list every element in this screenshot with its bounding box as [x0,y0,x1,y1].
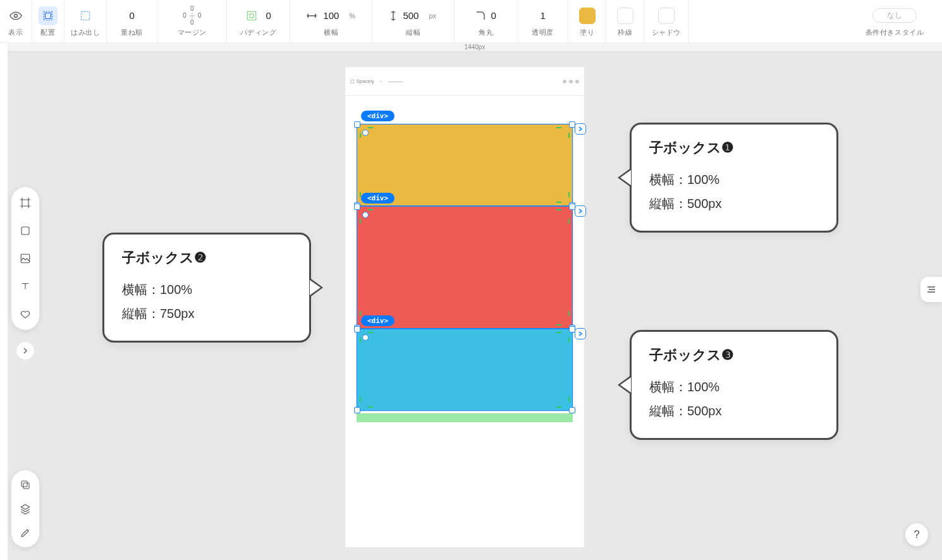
radius-value[interactable]: 0 [491,10,496,21]
help-glyph: ? [914,528,919,541]
tool-padding-label: パディング [240,28,277,37]
tool-padding: 0 パディング [227,0,290,43]
callout-box-1: 子ボックス❶ 横幅：100% 縦幅：500px [630,123,838,233]
callout-line: 横幅：100% [122,277,291,301]
tool-opacity: 1 透明度 [518,0,568,43]
tool-overflow-label: はみ出し [71,28,100,37]
callout-title: 子ボックス❸ [649,346,819,365]
callout-title: 子ボックス❷ [122,248,291,267]
callout-title: 子ボックス❶ [649,138,819,157]
go-inside-icon[interactable] [575,328,586,339]
edit-icon[interactable] [20,527,31,539]
resize-handle[interactable] [354,407,360,413]
heart-tool-icon[interactable] [18,307,32,321]
overflow-icon[interactable] [76,6,95,25]
copy-icon[interactable] [20,479,31,490]
border-swatch[interactable] [617,8,633,24]
svg-rect-3 [247,11,256,20]
tool-radius-label: 角丸 [479,28,493,37]
tool-align-label: 配置 [40,28,55,37]
tool-shadow: シャドウ [644,0,688,43]
bottom-toolbar [11,470,39,547]
callout-line: 縦幅：500px [649,192,819,216]
text-tool-icon[interactable] [18,279,32,293]
go-inside-icon[interactable] [575,123,586,135]
anchor-dot[interactable] [362,130,369,136]
child-box-3[interactable]: <div> [357,329,573,411]
child-stack: <div> <div> [345,124,584,411]
tag-div-2: <div> [361,193,395,204]
stage: 1440px app=2 ◻ Spacely ·· ——— <div> [8,43,942,560]
svg-rect-1 [46,13,51,18]
layers-icon[interactable] [20,503,31,514]
callout-line: 横幅：100% [649,167,819,192]
width-unit[interactable]: % [349,12,355,20]
left-toolbar [11,187,39,330]
resize-handle[interactable] [569,407,575,413]
padding-icon[interactable] [246,10,257,21]
callout-box-3: 子ボックス❸ 横幅：100% 縦幅：500px [630,330,838,440]
tool-zindex-label: 重ね順 [121,28,143,37]
callout-line: 縦幅：500px [649,399,819,423]
align-icon[interactable] [39,6,58,25]
tool-border: 枠線 [606,0,644,43]
margin-cross[interactable]: 0 0 0 0 [183,5,201,26]
tool-radius: 0 角丸 [455,0,518,43]
tool-conditional-label: 条件付きスタイル [866,28,924,37]
ruler-center: 1440px [465,44,486,51]
shadow-swatch[interactable] [658,8,675,24]
tool-margin: 0 0 0 0 マージン [157,0,227,43]
radius-icon [476,11,485,20]
drop-indicator [357,413,573,422]
tool-conditional: なし 条件付きスタイル [847,0,942,43]
top-toolbar: 表示 配置 はみ出し 0 重ね順 0 0 0 0 [0,0,942,43]
tool-align: 配置 [32,0,64,43]
opacity-value[interactable]: 1 [541,10,546,21]
height-unit[interactable]: px [429,12,436,20]
tool-overflow: はみ出し [64,0,107,43]
svg-point-0 [15,14,18,17]
right-panel-toggle[interactable] [921,277,942,302]
ruler: 1440px [8,43,942,52]
tag-div-3: <div> [361,315,395,326]
svg-rect-7 [23,483,29,489]
tool-zindex: 0 重ね順 [107,0,157,43]
tool-display: 表示 [0,0,32,43]
svg-rect-2 [81,11,89,20]
varrow-icon [390,11,396,21]
tool-height-label: 縦幅 [406,28,420,37]
child-box-2[interactable]: <div> [357,206,573,329]
width-value[interactable]: 100 [323,10,339,21]
resize-handle[interactable] [354,121,360,128]
tool-opacity-label: 透明度 [532,28,554,37]
harrow-icon [307,13,317,19]
callout-line: 縦幅：750px [122,301,291,326]
rect-tool-icon[interactable] [18,224,32,238]
resize-handle[interactable] [354,326,360,332]
anchor-dot[interactable] [362,212,369,218]
callout-line: 横幅：100% [649,375,819,399]
expand-toolbar-icon[interactable] [16,341,35,360]
callout-box-2: 子ボックス❷ 横幅：100% 縦幅：750px [102,233,311,343]
eye-icon[interactable] [6,6,25,25]
resize-handle[interactable] [354,204,360,210]
conditional-pill[interactable]: なし [872,8,917,23]
help-button[interactable]: ? [905,523,928,546]
tool-fill: 塗り [568,0,606,43]
tool-border-label: 枠線 [618,28,632,37]
tool-display-label: 表示 [8,28,23,37]
artboard[interactable]: ◻ Spacely ·· ——— <div> <div> [345,67,584,547]
height-value[interactable]: 500 [403,10,419,21]
image-tool-icon[interactable] [18,252,32,265]
tool-fill-label: 塗り [580,28,594,37]
go-inside-icon[interactable] [575,205,586,217]
fill-swatch[interactable] [579,8,596,24]
zindex-value[interactable]: 0 [130,10,135,21]
canvas[interactable]: app=2 ◻ Spacely ·· ——— <div> [8,52,942,560]
frame-tool-icon[interactable] [18,196,32,210]
padding-value[interactable]: 0 [266,10,271,21]
svg-rect-4 [250,14,254,18]
tag-div-1: <div> [361,111,395,121]
svg-rect-8 [21,481,27,487]
anchor-dot[interactable] [362,334,369,341]
